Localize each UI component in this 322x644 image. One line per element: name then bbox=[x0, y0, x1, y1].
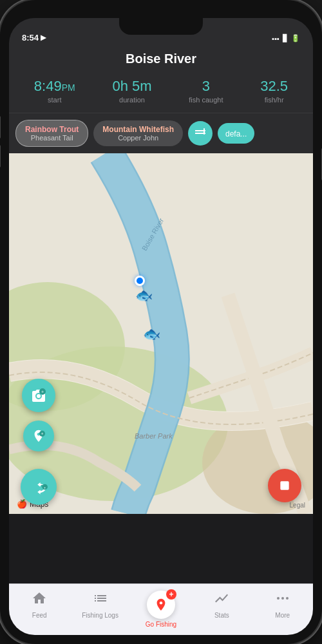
fish-tags-row: Rainbow Trout Pheasant Tail Mountain Whi… bbox=[9, 113, 313, 153]
app-header: Boise River bbox=[9, 46, 313, 74]
pin-fab[interactable]: + bbox=[23, 421, 54, 451]
fish-tag-0-fly: Pheasant Tail bbox=[25, 134, 79, 142]
page-title: Boise River bbox=[19, 52, 303, 66]
more-icon bbox=[275, 591, 290, 610]
nav-fishing-logs-label: Fishing Logs bbox=[82, 612, 118, 619]
stop-fab[interactable] bbox=[268, 469, 301, 502]
pin-icon: + bbox=[32, 429, 46, 443]
fish-tag-1-name: Mountain Whitefish bbox=[102, 125, 174, 134]
phone-frame: 8:54 ▶ ▪▪▪ ▊ 🔋 Boise River 8:49PM start bbox=[0, 0, 322, 644]
fish-marker-green[interactable]: 🐟 bbox=[143, 326, 160, 343]
fish-tag-0-name: Rainbow Trout bbox=[25, 125, 79, 134]
nav-go-fishing[interactable]: + Go Fishing bbox=[142, 591, 180, 628]
nav-more-label: More bbox=[275, 612, 290, 619]
nav-feed-label: Feed bbox=[32, 612, 47, 619]
camera-fab[interactable]: + bbox=[22, 379, 55, 412]
fish-marker-brown[interactable]: 🐟 bbox=[135, 287, 153, 304]
stop-icon bbox=[278, 479, 291, 492]
svg-point-16 bbox=[281, 597, 284, 600]
fishing-hook-icon bbox=[154, 598, 168, 612]
signal-icon: ▊ bbox=[283, 34, 288, 43]
fish-tag-1-fly: Copper John bbox=[102, 134, 174, 142]
stat-fish-caught: 3 fish caught bbox=[189, 78, 223, 104]
apple-logo: 🍎 bbox=[17, 499, 27, 509]
svg-point-5 bbox=[37, 394, 41, 398]
fish-tag-0[interactable]: Rainbow Trout Pheasant Tail bbox=[15, 120, 88, 147]
fish-fab[interactable]: + bbox=[21, 469, 57, 505]
fish-icon: + bbox=[30, 478, 48, 496]
clock: 8:54 bbox=[22, 33, 39, 43]
current-location-dot bbox=[135, 276, 145, 286]
stats-row: 8:49PM start 0h 5m duration 3 fish caugh… bbox=[9, 74, 313, 113]
location-icon: ▶ bbox=[41, 33, 46, 42]
add-icon bbox=[194, 126, 207, 142]
stat-start-value: 8:49PM bbox=[34, 78, 75, 95]
stat-duration-label: duration bbox=[112, 96, 151, 104]
map-svg bbox=[9, 153, 313, 514]
notch bbox=[119, 18, 203, 35]
svg-text:+: + bbox=[41, 390, 44, 394]
legal-label[interactable]: Legal bbox=[290, 502, 305, 509]
phone-screen: 8:54 ▶ ▪▪▪ ▊ 🔋 Boise River 8:49PM start bbox=[9, 18, 313, 635]
nav-more[interactable]: More bbox=[263, 591, 302, 619]
nav-stats[interactable]: Stats bbox=[202, 591, 241, 619]
stat-fishhr-label: fish/hr bbox=[260, 96, 288, 104]
nav-fishing-logs[interactable]: Fishing Logs bbox=[81, 591, 120, 619]
stat-duration: 0h 5m duration bbox=[112, 78, 151, 104]
stat-start: 8:49PM start bbox=[34, 78, 75, 104]
status-icons: ▪▪▪ ▊ 🔋 bbox=[272, 34, 300, 43]
stat-fish-label: fish caught bbox=[189, 96, 223, 104]
svg-point-15 bbox=[277, 597, 279, 600]
feed-icon bbox=[32, 591, 47, 610]
stat-fish-hr: 32.5 fish/hr bbox=[260, 78, 288, 104]
nav-go-fishing-label: Go Fishing bbox=[146, 621, 176, 628]
stat-duration-value: 0h 5m bbox=[112, 78, 151, 95]
battery-icon: 🔋 bbox=[291, 34, 300, 43]
stat-fishhr-value: 32.5 bbox=[260, 78, 288, 95]
nav-feed[interactable]: Feed bbox=[20, 591, 59, 619]
fishing-logs-icon bbox=[93, 591, 108, 610]
svg-rect-0 bbox=[204, 128, 205, 135]
fish-tag-1[interactable]: Mountain Whitefish Copper John bbox=[93, 120, 183, 146]
stats-icon bbox=[214, 591, 229, 610]
stat-start-label: start bbox=[34, 96, 75, 104]
svg-point-17 bbox=[286, 597, 289, 600]
add-tag-button[interactable] bbox=[188, 121, 213, 146]
svg-rect-14 bbox=[280, 481, 289, 489]
go-fishing-icon-wrapper: + bbox=[147, 591, 175, 619]
svg-text:+: + bbox=[44, 485, 46, 489]
wifi-icon: ▪▪▪ bbox=[272, 35, 279, 43]
status-time: 8:54 ▶ bbox=[22, 33, 46, 43]
stat-fish-value: 3 bbox=[189, 78, 223, 95]
go-fishing-plus-badge: + bbox=[166, 589, 176, 600]
svg-text:+: + bbox=[41, 431, 44, 436]
nav-stats-label: Stats bbox=[214, 612, 229, 619]
camera-icon: + bbox=[31, 388, 46, 403]
more-tag-button[interactable]: defa... bbox=[218, 123, 254, 144]
bottom-nav: Feed Fishing Logs + Go Fishing bbox=[9, 583, 313, 635]
more-tag-label: defa... bbox=[225, 129, 247, 138]
map-area: Boise River Barber Park 🐟 🐟 🍎 Maps Legal bbox=[9, 153, 313, 514]
park-label: Barber Park bbox=[135, 432, 173, 440]
